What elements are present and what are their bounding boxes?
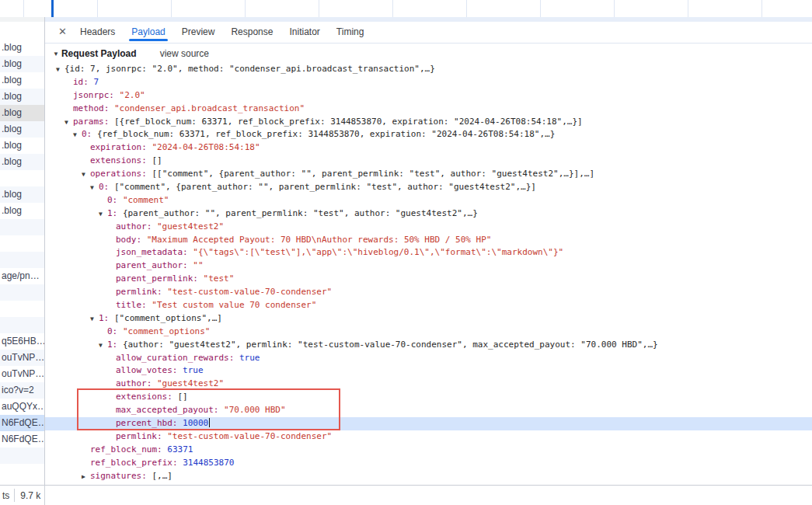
payload-tree-row[interactable]: jsonrpc: "2.0" — [45, 89, 812, 103]
payload-tree-row[interactable]: author: "guest4test2" — [45, 221, 812, 234]
close-icon[interactable]: ✕ — [58, 26, 68, 37]
request-list-item[interactable] — [0, 464, 44, 480]
payload-tree-row[interactable]: permlink: "test-custom-value-70-condense… — [45, 430, 812, 444]
payload-tree-row[interactable]: max_accepted_payout: "70.000 HBD" — [45, 404, 812, 417]
expand-arrow-icon[interactable]: ▼ — [56, 64, 64, 76]
payload-tree-row[interactable]: ▼1: {author: "guest4test2", permlink: "t… — [45, 339, 812, 352]
request-list-item[interactable]: ouTvNP… — [0, 350, 44, 366]
expand-arrow-icon[interactable]: ▼ — [90, 182, 99, 194]
payload-tree-row[interactable]: ▼0: {ref_block_num: 63371, ref_block_pre… — [45, 128, 812, 141]
payload-tree-row[interactable]: permlink: "test-custom-value-70-condense… — [45, 286, 812, 299]
request-list-item[interactable]: N6FdQE… — [0, 431, 44, 448]
tab-payload[interactable]: Payload — [131, 22, 166, 41]
payload-tree-row[interactable]: ref_block_num: 63371 — [45, 444, 812, 457]
payload-tree-row[interactable]: expiration: "2024-04-26T08:54:18" — [45, 141, 812, 155]
expand-arrow-icon[interactable]: ▼ — [73, 129, 82, 141]
request-list-item[interactable]: .blog — [0, 72, 44, 89]
property-key: id: — [73, 77, 94, 87]
request-list-item[interactable]: ouTvNP… — [0, 366, 44, 382]
property-key: percent_hbd: — [116, 418, 183, 428]
request-list[interactable]: .blog.blog.blog.blog.blog.blog.blog.blog… — [0, 22, 44, 485]
property-key: permlink: — [116, 287, 167, 297]
request-list-item[interactable] — [0, 301, 44, 317]
payload-tree-row[interactable]: ref_block_prefix: 3144853870 — [45, 457, 812, 470]
request-list-item[interactable]: q5E6HB… — [0, 333, 44, 350]
request-list-item[interactable]: .blog — [0, 89, 44, 105]
payload-tree-row[interactable]: allow_votes: true — [45, 364, 812, 378]
section-collapse-icon[interactable]: ▼ — [53, 50, 59, 57]
requests-count-label: ts — [0, 490, 9, 501]
property-value: "guest4test2" — [157, 221, 224, 232]
request-list-item[interactable] — [0, 252, 44, 268]
property-value: "2.0" — [120, 90, 145, 100]
payload-tree-row[interactable]: method: "condenser_api.broadcast_transac… — [45, 103, 812, 116]
request-list-item[interactable] — [0, 284, 44, 301]
property-key: extensions: — [90, 155, 152, 165]
request-list-item[interactable]: .blog — [0, 154, 44, 170]
payload-tree-row[interactable]: ▼{id: 7, jsonrpc: "2.0", method: "conden… — [45, 63, 812, 76]
expand-arrow-icon[interactable]: ▼ — [90, 313, 99, 326]
payload-tree-row[interactable]: parent_permlink: "test" — [45, 273, 812, 286]
property-value: [] — [177, 392, 187, 402]
request-list-item[interactable]: .blog — [0, 40, 44, 56]
property-value: {ref_block_num: 63371, ref_block_prefix:… — [97, 129, 555, 139]
property-value: 63371 — [167, 444, 193, 454]
property-key: jsonrpc: — [73, 90, 120, 100]
expand-arrow-icon[interactable]: ▼ — [99, 208, 107, 221]
payload-tree-row[interactable]: ▼params: [{ref_block_num: 63371, ref_blo… — [45, 116, 812, 129]
payload-tree-row[interactable]: author: "guest4test2" — [45, 378, 812, 391]
payload-tree: ▼{id: 7, jsonrpc: "2.0", method: "conden… — [45, 63, 812, 483]
tab-initiator[interactable]: Initiator — [288, 22, 320, 41]
property-key: 1: — [99, 313, 114, 323]
request-list-item[interactable]: .blog — [0, 203, 44, 219]
property-value: ["comment_options",…] — [114, 313, 222, 323]
expand-arrow-icon[interactable]: ▼ — [64, 117, 73, 129]
payload-tree-row[interactable]: json_metadata: "{\"tags\":[\"test\"],\"a… — [45, 246, 812, 259]
tab-headers[interactable]: Headers — [79, 22, 116, 41]
payload-tree-row[interactable]: 0: "comment" — [45, 194, 812, 207]
request-list-item[interactable] — [0, 317, 44, 333]
tab-response[interactable]: Response — [230, 22, 274, 41]
payload-tree-row[interactable]: ▶signatures: [,…] — [45, 470, 812, 483]
request-list-item[interactable]: N6FdQE… — [0, 415, 44, 431]
payload-tree-row[interactable]: parent_author: "" — [45, 259, 812, 273]
payload-tree-row[interactable]: allow_curation_rewards: true — [45, 352, 812, 365]
property-value: "" — [193, 260, 203, 270]
status-bar: ts 9.7 k — [0, 485, 812, 505]
request-list-item[interactable]: .blog — [0, 138, 44, 154]
property-value: 10000 — [183, 418, 208, 428]
request-list-item[interactable]: auQQYx… — [0, 399, 44, 415]
request-list-item[interactable]: age/pn… — [0, 268, 44, 284]
property-key: 0: — [107, 195, 123, 205]
tab-preview[interactable]: Preview — [181, 22, 216, 41]
payload-tree-row[interactable]: body: "Maximum Accepted Payout: 70 HBD\n… — [45, 234, 812, 247]
expand-arrow-icon[interactable]: ▼ — [99, 340, 107, 352]
view-source-link[interactable]: view source — [160, 48, 209, 59]
request-list-item[interactable]: .blog — [0, 56, 44, 72]
payload-tree-row[interactable]: title: "Test custom value 70 condenser" — [45, 299, 812, 312]
payload-tree-row[interactable]: ▼1: ["comment_options",…] — [45, 312, 812, 326]
expand-arrow-icon[interactable]: ▶ — [82, 471, 90, 483]
payload-tree-row[interactable]: extensions: [] — [45, 391, 812, 404]
request-list-item[interactable]: ico?v=2 — [0, 382, 44, 399]
payload-tree-row[interactable]: percent_hbd: 10000 — [45, 417, 812, 430]
request-list-item[interactable]: .blog — [0, 105, 44, 121]
payload-tree-row[interactable]: extensions: [] — [45, 155, 812, 168]
request-list-item[interactable] — [0, 219, 44, 235]
expand-arrow-icon[interactable]: ▼ — [82, 169, 90, 181]
payload-tree-row[interactable]: ▼operations: [["comment", {parent_author… — [45, 168, 812, 181]
request-list-item[interactable]: .blog — [0, 186, 44, 203]
payload-tree-row[interactable]: id: 7 — [45, 76, 812, 89]
payload-tree-row[interactable]: 0: "comment_options" — [45, 326, 812, 339]
tab-timing[interactable]: Timing — [336, 22, 365, 41]
property-key: parent_permlink: — [116, 273, 204, 284]
request-list-item[interactable] — [0, 448, 44, 464]
payload-tree-row[interactable]: ▼1: {parent_author: "", parent_permlink:… — [45, 207, 812, 221]
status-pane-divider — [44, 486, 45, 505]
request-list-item[interactable] — [0, 235, 44, 252]
property-key: 0: — [99, 182, 114, 192]
property-key: ref_block_prefix: — [90, 458, 183, 468]
payload-tree-row[interactable]: ▼0: ["comment", {parent_author: "", pare… — [45, 181, 812, 194]
request-list-item[interactable]: .blog — [0, 121, 44, 138]
request-list-item[interactable] — [0, 170, 44, 186]
